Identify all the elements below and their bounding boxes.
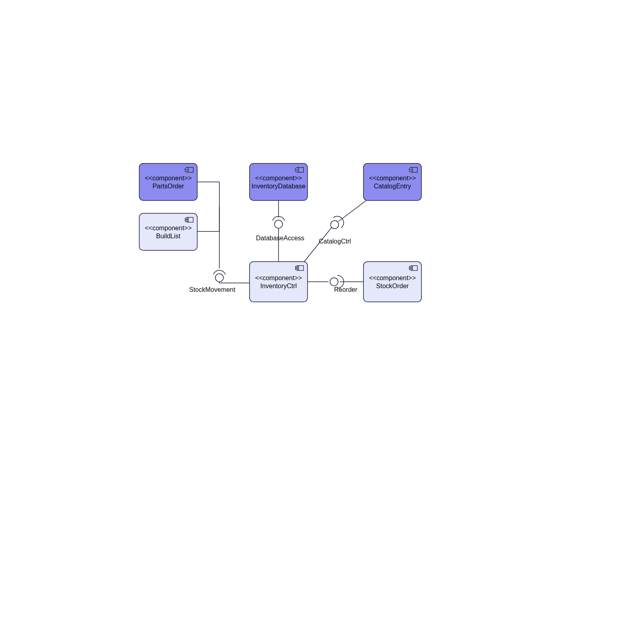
uml-component-diagram: StockMovement DatabaseAccess CatalogCtrl… [0,0,644,644]
connector-reorder: Reorder [308,275,363,293]
label-databaseaccess: DatabaseAccess [256,235,304,242]
svg-text:PartsOrder: PartsOrder [153,183,184,190]
svg-text:<<component>>: <<component>> [145,225,192,231]
svg-point-3 [215,274,223,282]
component-partsorder[interactable]: <<component>> PartsOrder [139,163,197,200]
component-inventoryctrl[interactable]: <<component>> InventoryCtrl [250,262,308,302]
component-catalogentry[interactable]: <<component>> CatalogEntry [363,163,421,200]
component-buildlist[interactable]: <<component>> BuildList [139,213,197,250]
connector-catalogctrl: CatalogCtrl [304,200,366,262]
svg-text:<<component>>: <<component>> [369,175,416,182]
svg-text:<<component>>: <<component>> [145,175,192,182]
component-stockorder[interactable]: <<component>> StockOrder [363,262,421,302]
svg-text:InventoryCtrl: InventoryCtrl [260,283,297,289]
label-reorder: Reorder [334,286,357,293]
svg-text:BuildList: BuildList [156,233,181,239]
svg-text:StockOrder: StockOrder [376,283,409,289]
svg-point-4 [275,220,283,228]
label-catalogctrl: CatalogCtrl [319,238,351,245]
connector-databaseaccess: DatabaseAccess [256,200,304,262]
label-stockmovement: StockMovement [189,286,235,293]
svg-text:<<component>>: <<component>> [369,275,416,281]
svg-point-6 [330,278,338,286]
svg-text:<<component>>: <<component>> [255,175,302,182]
svg-text:<<component>>: <<component>> [255,275,302,281]
component-inventorydatabase[interactable]: <<component>> InventoryDatabase [250,163,308,200]
connector-stockmovement: StockMovement [189,182,250,293]
svg-text:InventoryDatabase: InventoryDatabase [252,183,305,190]
svg-text:CatalogEntry: CatalogEntry [374,183,411,190]
